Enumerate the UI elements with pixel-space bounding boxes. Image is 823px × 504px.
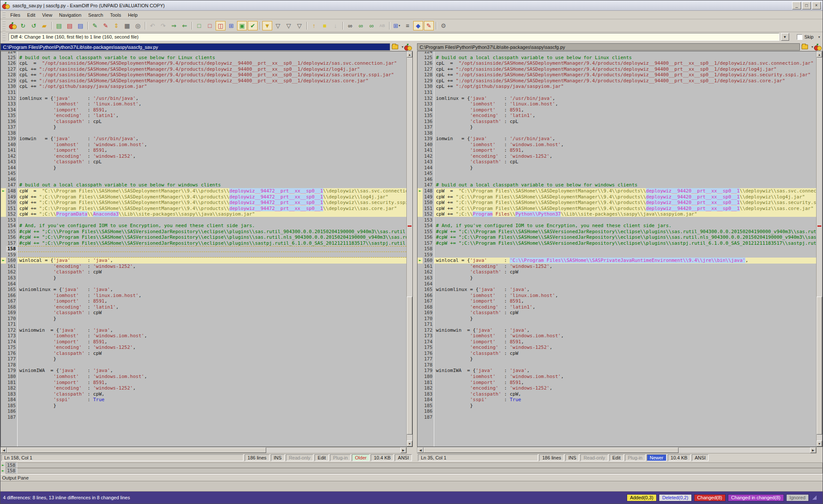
- code-text[interactable]: [18, 177, 406, 183]
- code-text[interactable]: cpW = "C:\\Program Files\\SASHome\\SASDe…: [18, 188, 406, 194]
- code-text[interactable]: cpW += ";C:\\Program Files\\SASHome\\SAS…: [18, 205, 406, 211]
- code-text[interactable]: winiomlinux = {'java' : 'java',: [434, 287, 816, 293]
- maximize-button[interactable]: □: [802, 2, 811, 9]
- code-text[interactable]: 'encoding' : 'latin1',: [434, 304, 816, 310]
- code-text[interactable]: cpL = "/opt/sasinside/SASHome/SASDeploym…: [434, 60, 816, 66]
- code-text[interactable]: 'classpath' : cpW: [18, 310, 406, 316]
- code-text[interactable]: [18, 414, 406, 420]
- copy-block-right-icon[interactable]: ⇒: [169, 21, 179, 30]
- code-text[interactable]: cpW += ";C:\\ProgramData\\Anaconda3\\Lib…: [18, 211, 406, 217]
- code-text[interactable]: cpL += ":/opt/sasinside/SASHome/SASDeplo…: [434, 72, 816, 78]
- current-diff-combo[interactable]: Diff 4: Change 1 line (160, first file) …: [9, 33, 779, 41]
- scroll-left-icon[interactable]: ◀: [418, 447, 424, 453]
- code-text[interactable]: #cpW += ";C:\\Program Files\\SASHome\\SA…: [18, 228, 406, 234]
- scroll-left-icon[interactable]: ◀: [1, 447, 7, 453]
- code-text[interactable]: }: [434, 402, 816, 408]
- code-text[interactable]: 'iomhost' : 'linux.iom.host',: [18, 292, 406, 298]
- code-text[interactable]: 'iomhost' : 'linux.iom.host',: [434, 292, 816, 298]
- scroll-thumb[interactable]: [407, 297, 412, 435]
- refresh-icon[interactable]: ↻: [18, 21, 28, 30]
- compare-icon[interactable]: [404, 44, 411, 50]
- code-text[interactable]: 'iomhost' : 'windows.iom.host',: [434, 142, 816, 148]
- code-text[interactable]: 'iomhost' : 'windows.iom.host',: [18, 374, 406, 380]
- current-diff-icon[interactable]: ■: [320, 21, 330, 30]
- show-second-only-icon[interactable]: □: [205, 21, 215, 30]
- code-text[interactable]: 'encoding' : 'windows-1252',: [434, 385, 816, 391]
- find-next-icon[interactable]: ∞: [356, 21, 366, 30]
- toolbar-grip[interactable]: [3, 21, 6, 30]
- dropdown-arrow-icon[interactable]: ▾: [399, 24, 400, 27]
- close-button[interactable]: ×: [812, 2, 821, 9]
- code-text[interactable]: 'encoding' : 'windows-1252',: [18, 345, 406, 351]
- second-vertical-scrollbar[interactable]: ▲ ▼: [816, 51, 822, 447]
- code-text[interactable]: [18, 171, 406, 177]
- swap-panes-icon[interactable]: ⇕: [111, 21, 121, 30]
- save-second-icon[interactable]: ▤: [65, 21, 75, 30]
- code-text[interactable]: [18, 252, 406, 258]
- code-text[interactable]: 'classpath' : cpW,: [18, 391, 406, 397]
- code-text[interactable]: 'iomport' : 8591,: [18, 147, 406, 153]
- stat-badge-deleted-0-2-[interactable]: Deleted(0,2): [659, 494, 692, 501]
- code-text[interactable]: cpW += ";C:\\Program Files\\SASHome\\SAS…: [434, 200, 816, 206]
- grid-view-icon[interactable]: ⊞: [226, 21, 236, 30]
- code-text[interactable]: 'sspi' : True: [18, 397, 406, 403]
- code-text[interactable]: winlocal = {'java' : 'C:\\Program Files\…: [434, 258, 816, 264]
- first-file-path-bar[interactable]: C:\Program Files\Python\Python37\Lib\sit…: [0, 43, 390, 51]
- code-text[interactable]: 'sspi' : True: [434, 397, 816, 403]
- code-text[interactable]: cpL += ":/opt/sasinside/SASHome/SASDeplo…: [18, 72, 406, 78]
- edit-first-icon[interactable]: ✎: [90, 21, 100, 30]
- code-text[interactable]: 'classpath' : cpW: [18, 269, 406, 275]
- code-text[interactable]: 'iomport' : 8591,: [434, 107, 816, 113]
- code-text[interactable]: 'iomport' : 8591,: [434, 298, 816, 304]
- code-text[interactable]: [434, 130, 816, 136]
- first-vertical-scrollbar[interactable]: ▲ ▼: [406, 51, 412, 447]
- code-text[interactable]: 'classpath' : cpL: [434, 159, 816, 165]
- menu-view[interactable]: View: [39, 12, 56, 18]
- code-text[interactable]: cpW += ";C:\\Program Files\\SASHome\\SAS…: [18, 200, 406, 206]
- code-text[interactable]: 'iomport' : 8591,: [18, 298, 406, 304]
- code-text[interactable]: 'iomport' : 8591,: [18, 339, 406, 345]
- open-first-file-icon[interactable]: [392, 45, 398, 49]
- code-text[interactable]: cpW += ";C:\\Program Files\\SASHome\\SAS…: [434, 205, 816, 211]
- copy-block-left-icon[interactable]: ⇐: [180, 21, 189, 30]
- skip-checkbox[interactable]: [797, 34, 802, 40]
- code-text[interactable]: 'encoding' : 'windows-1252',: [434, 153, 816, 159]
- code-text[interactable]: 'encoding' : 'latin1',: [18, 113, 406, 119]
- find-prev-icon[interactable]: ∞: [366, 21, 376, 30]
- code-text[interactable]: 'iomport' : 8591,: [18, 107, 406, 113]
- scroll-thumb[interactable]: [817, 297, 822, 435]
- code-text[interactable]: [434, 281, 816, 287]
- code-text[interactable]: 'classpath' : cpW: [18, 351, 406, 357]
- stat-badge-changed-in-changed-8-[interactable]: Changed in changed(8): [728, 494, 784, 501]
- open-second-file-icon[interactable]: [802, 45, 808, 49]
- code-text[interactable]: iomlinux = {'java' : '/usr/bin/java',: [18, 95, 406, 101]
- save-both-icon[interactable]: ▤: [75, 21, 85, 30]
- code-text[interactable]: [434, 217, 816, 223]
- menu-search[interactable]: Search: [85, 12, 107, 18]
- code-text[interactable]: winiomwin = {'java' : 'java',: [18, 327, 406, 333]
- code-text[interactable]: # build out a local classpath variable t…: [434, 55, 816, 61]
- code-text[interactable]: }: [434, 165, 816, 171]
- code-text[interactable]: iomwin = {'java' : '/usr/bin/java',: [434, 136, 816, 142]
- code-text[interactable]: 'classpath' : cpW: [434, 310, 816, 316]
- code-text[interactable]: }: [18, 165, 406, 171]
- code-text[interactable]: 'classpath' : cpW: [434, 269, 816, 275]
- print-icon[interactable]: ▦: [122, 21, 132, 30]
- scroll-down-icon[interactable]: ▼: [407, 441, 412, 447]
- menu-tools[interactable]: Tools: [107, 12, 125, 18]
- code-text[interactable]: cpW += ";C:\\Program Files\\SASHome\\SAS…: [18, 194, 406, 200]
- previous-diff-icon[interactable]: ↑: [309, 21, 319, 30]
- first-file-pane[interactable]: 124125# build out a local classpath vari…: [0, 51, 413, 447]
- code-text[interactable]: [434, 414, 816, 420]
- code-text[interactable]: 'iomport' : 8591,: [434, 147, 816, 153]
- code-text[interactable]: [18, 246, 406, 252]
- code-text[interactable]: # And, if you've configured IOM to use E…: [18, 223, 406, 229]
- menu-files[interactable]: Files: [7, 12, 24, 18]
- scroll-down-icon[interactable]: ▼: [817, 441, 822, 447]
- code-text[interactable]: 'iomport' : 8591,: [434, 379, 816, 385]
- code-text[interactable]: [434, 408, 816, 414]
- stat-badge-ignored[interactable]: Ignored: [786, 494, 809, 501]
- minimize-button[interactable]: _: [792, 2, 801, 9]
- code-text[interactable]: [434, 177, 816, 183]
- menu-navigation[interactable]: Navigation: [56, 12, 85, 18]
